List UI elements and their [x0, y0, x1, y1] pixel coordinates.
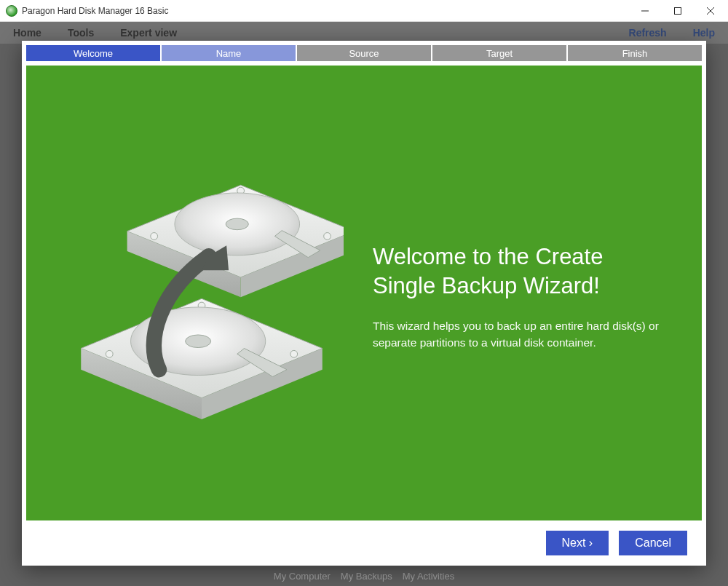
wizard-modal: Welcome Name Source Target Finish — [22, 41, 706, 566]
step-name[interactable]: Name — [162, 45, 296, 61]
step-target[interactable]: Target — [432, 45, 566, 61]
svg-rect-1 — [674, 7, 681, 14]
bg-menu-help: Help — [680, 27, 728, 39]
next-button[interactable]: Next › — [546, 531, 609, 555]
wizard-body: This wizard helps you to back up an enti… — [373, 317, 668, 352]
maximize-icon — [674, 7, 681, 15]
svg-point-8 — [290, 350, 298, 357]
step-welcome[interactable]: Welcome — [26, 45, 160, 61]
window-title: Paragon Hard Disk Manager 16 Basic — [22, 6, 628, 16]
bg-tab-mycomputer: My Computer — [274, 571, 331, 582]
window-controls — [628, 1, 727, 21]
cancel-button[interactable]: Cancel — [619, 531, 687, 555]
wizard-heading: Welcome to the Create Single Backup Wiza… — [373, 242, 668, 301]
wizard-panel: Welcome to the Create Single Backup Wiza… — [26, 66, 702, 520]
bg-menu-tools: Tools — [55, 27, 107, 39]
step-source[interactable]: Source — [297, 45, 431, 61]
bg-tab-myactivities: My Activities — [403, 571, 455, 582]
bg-tab-mybackups: My Backups — [341, 571, 392, 582]
close-icon — [707, 7, 714, 15]
step-finish[interactable]: Finish — [568, 45, 702, 61]
bg-menu-refresh: Refresh — [616, 27, 680, 39]
svg-point-20 — [226, 218, 248, 230]
maximize-button[interactable] — [661, 1, 694, 21]
wizard-steps: Welcome Name Source Target Finish — [26, 45, 702, 61]
svg-point-7 — [106, 350, 113, 357]
titlebar: Paragon Hard Disk Manager 16 Basic — [0, 0, 728, 22]
app-icon — [6, 5, 17, 17]
background-footer: My Computer My Backups My Activities — [0, 566, 728, 586]
svg-point-16 — [151, 233, 158, 240]
minimize-icon — [641, 7, 649, 15]
bg-menu-expert: Expert view — [107, 27, 190, 39]
minimize-button[interactable] — [628, 1, 661, 21]
harddrive-stack-icon — [60, 164, 344, 419]
bg-menu-home: Home — [0, 27, 55, 39]
close-button[interactable] — [694, 1, 727, 21]
wizard-text: Welcome to the Create Single Backup Wiza… — [373, 235, 668, 351]
backup-illustration — [60, 164, 344, 422]
svg-point-11 — [186, 335, 211, 348]
wizard-footer: Next › Cancel — [26, 520, 702, 555]
svg-point-17 — [324, 233, 331, 240]
